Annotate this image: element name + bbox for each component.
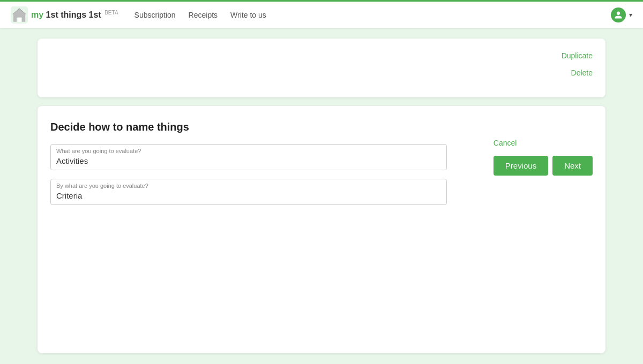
field2-label: By what are you going to evaluate? (51, 179, 446, 190)
form-content: What are you going to evaluate? By what … (50, 144, 593, 214)
field2-group: By what are you going to evaluate? (50, 179, 477, 205)
form-title: Decide how to name things (50, 121, 593, 133)
nav-receipts[interactable]: Receipts (189, 11, 218, 19)
cancel-button[interactable]: Cancel (494, 139, 517, 147)
previous-button[interactable]: Previous (494, 156, 548, 176)
duplicate-button[interactable]: Duplicate (562, 49, 593, 62)
svg-rect-3 (18, 17, 21, 21)
field1-input[interactable] (51, 155, 446, 170)
logo-icon (11, 6, 28, 24)
form-actions: Cancel Previous Next (494, 139, 593, 176)
page-body: Duplicate Delete Decide how to name thin… (0, 28, 643, 364)
delete-button[interactable]: Delete (571, 66, 593, 79)
navbar: my 1st things 1st BETA Subscription Rece… (0, 0, 643, 28)
main-card: Decide how to name things What are you g… (38, 106, 605, 353)
field1-group: What are you going to evaluate? (50, 144, 477, 170)
brand-name: my 1st things 1st BETA (31, 10, 118, 20)
form-fields: What are you going to evaluate? By what … (50, 144, 477, 214)
field2-container: By what are you going to evaluate? (50, 179, 447, 205)
user-menu[interactable]: ▾ (611, 7, 632, 22)
next-button[interactable]: Next (552, 156, 593, 176)
field1-container: What are you going to evaluate? (50, 144, 447, 170)
nav-buttons: Previous Next (494, 156, 593, 176)
nav-links: Subscription Receipts Write to us (134, 11, 611, 19)
user-icon (614, 11, 623, 19)
brand-logo[interactable]: my 1st things 1st BETA (11, 6, 118, 24)
field2-input[interactable] (51, 190, 446, 204)
nav-write-to-us[interactable]: Write to us (230, 11, 266, 19)
nav-subscription[interactable]: Subscription (134, 11, 176, 19)
dropdown-caret-icon: ▾ (629, 11, 632, 19)
avatar (611, 7, 626, 22)
top-card: Duplicate Delete (38, 39, 605, 97)
field1-label: What are you going to evaluate? (51, 145, 446, 155)
